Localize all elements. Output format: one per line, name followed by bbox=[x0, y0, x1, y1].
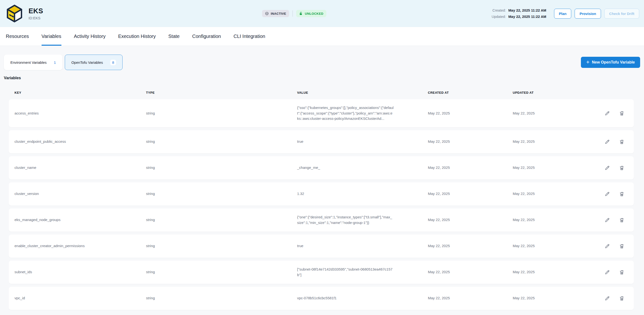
edit-variable-button[interactable] bbox=[604, 110, 610, 116]
variable-created-at: May 22, 2025 bbox=[428, 165, 513, 171]
table-row: cluster_name string _change_me_ May 22, … bbox=[9, 156, 634, 179]
variable-updated-at: May 22, 2025 bbox=[513, 191, 592, 197]
variable-updated-at: May 22, 2025 bbox=[513, 165, 592, 171]
table-row: enable_cluster_creator_admin_permissions… bbox=[9, 235, 634, 258]
variable-type: string bbox=[146, 111, 297, 116]
column-header-created-at: CREATED AT bbox=[428, 91, 513, 94]
row-actions bbox=[592, 296, 628, 301]
section-title: Variables bbox=[4, 76, 640, 80]
variable-type: string bbox=[146, 217, 297, 223]
variable-key: cluster_endpoint_public_access bbox=[14, 139, 146, 144]
delete-variable-button[interactable] bbox=[619, 243, 625, 249]
lock-status-badge-unlocked: UNLOCKED bbox=[296, 10, 326, 17]
delete-variable-button[interactable] bbox=[619, 165, 625, 171]
tab-cli-integration[interactable]: CLI Integration bbox=[234, 27, 265, 46]
pencil-icon bbox=[604, 269, 610, 275]
edit-variable-button[interactable] bbox=[604, 139, 610, 145]
plus-icon: + bbox=[586, 59, 589, 65]
delete-variable-button[interactable] bbox=[619, 110, 625, 116]
cube-logo-icon bbox=[5, 4, 24, 23]
pencil-icon bbox=[604, 217, 610, 223]
variable-updated-at: May 22, 2025 bbox=[513, 243, 592, 249]
trash-icon bbox=[619, 110, 625, 116]
variables-table: KEYTYPEVALUECREATED ATUPDATED AT access_… bbox=[9, 80, 634, 310]
badge-divider bbox=[292, 10, 293, 17]
new-opentofu-variable-button[interactable]: + New OpenTofu Variable bbox=[581, 57, 640, 68]
edit-variable-button[interactable] bbox=[604, 165, 610, 171]
table-header-row: KEYTYPEVALUECREATED ATUPDATED AT bbox=[9, 80, 634, 99]
updated-label: Updated: bbox=[492, 15, 506, 18]
delete-variable-button[interactable] bbox=[619, 139, 625, 145]
created-label: Created: bbox=[492, 8, 506, 12]
new-variable-button-label: New OpenTofu Variable bbox=[592, 60, 635, 64]
check-for-drift-button[interactable]: Check for Drift bbox=[604, 9, 639, 18]
pencil-icon bbox=[604, 139, 610, 145]
pencil-icon bbox=[604, 243, 610, 249]
variable-value: vpc-078b51c6cbc5581f1 bbox=[297, 296, 394, 301]
variable-key: subnet_ids bbox=[14, 269, 146, 275]
edit-variable-button[interactable] bbox=[604, 191, 610, 197]
filter-count-badge: 1 bbox=[54, 60, 56, 64]
variable-updated-at: May 22, 2025 bbox=[513, 111, 592, 116]
variable-updated-at: May 22, 2025 bbox=[513, 217, 592, 223]
variables-page: Environment Variables1OpenTofu Variables… bbox=[0, 46, 644, 310]
variable-created-at: May 22, 2025 bbox=[428, 269, 513, 275]
delete-variable-button[interactable] bbox=[619, 296, 625, 301]
status-badges: INACTIVE UNLOCKED bbox=[262, 0, 326, 27]
edit-variable-button[interactable] bbox=[604, 296, 610, 301]
variable-key: vpc_id bbox=[14, 296, 146, 301]
variable-key: access_entries bbox=[14, 111, 146, 116]
tab-bar: ResourcesVariablesActivity HistoryExecut… bbox=[0, 27, 644, 46]
updated-value: May 22, 2025 11:22 AM bbox=[508, 15, 546, 18]
variable-created-at: May 22, 2025 bbox=[428, 191, 513, 197]
variables-toolbar: Environment Variables1OpenTofu Variables… bbox=[4, 55, 640, 70]
pencil-icon bbox=[604, 110, 610, 116]
tab-configuration[interactable]: Configuration bbox=[192, 27, 221, 46]
variable-value: true bbox=[297, 243, 394, 249]
row-actions bbox=[592, 269, 628, 275]
variable-value: {"one":{"desired_size":1,"instance_types… bbox=[297, 215, 394, 225]
variable-type-filters: Environment Variables1OpenTofu Variables… bbox=[4, 55, 122, 70]
variable-type: string bbox=[146, 191, 297, 197]
variable-value: 1.32 bbox=[297, 191, 394, 197]
variable-type: string bbox=[146, 165, 297, 171]
tab-variables[interactable]: Variables bbox=[42, 27, 62, 46]
variable-updated-at: May 22, 2025 bbox=[513, 269, 592, 275]
delete-variable-button[interactable] bbox=[619, 217, 625, 223]
provision-button[interactable]: Provision bbox=[574, 9, 601, 18]
tab-resources[interactable]: Resources bbox=[6, 27, 29, 46]
variable-updated-at: May 22, 2025 bbox=[513, 296, 592, 301]
variable-key: enable_cluster_creator_admin_permissions bbox=[14, 243, 146, 249]
delete-variable-button[interactable] bbox=[619, 191, 625, 197]
filter-label: OpenTofu Variables bbox=[71, 60, 103, 64]
variable-key: cluster_name bbox=[14, 165, 146, 171]
status-badge-inactive: INACTIVE bbox=[262, 10, 289, 17]
variable-type: string bbox=[146, 243, 297, 249]
variable-value: {"sso":{"kubernetes_groups":[],"policy_a… bbox=[297, 105, 394, 121]
variable-created-at: May 22, 2025 bbox=[428, 243, 513, 249]
variable-created-at: May 22, 2025 bbox=[428, 139, 513, 144]
title-block: EKS ID:EKS bbox=[28, 7, 43, 20]
variable-created-at: May 22, 2025 bbox=[428, 296, 513, 301]
status-badge-label: INACTIVE bbox=[271, 12, 286, 15]
variable-value: _change_me_ bbox=[297, 165, 394, 171]
delete-variable-button[interactable] bbox=[619, 269, 625, 275]
filter-opentofu-variables[interactable]: OpenTofu Variables8 bbox=[65, 55, 122, 70]
tab-execution-history[interactable]: Execution History bbox=[118, 27, 156, 46]
table-row: eks_managed_node_groups string {"one":{"… bbox=[9, 209, 634, 232]
pencil-icon bbox=[604, 296, 610, 301]
edit-variable-button[interactable] bbox=[604, 217, 610, 223]
pencil-icon bbox=[604, 165, 610, 171]
unlock-icon bbox=[299, 11, 303, 15]
variable-value: true bbox=[297, 139, 394, 144]
plan-button[interactable]: Plan bbox=[554, 9, 572, 18]
row-actions bbox=[592, 191, 628, 197]
filter-count-badge: 8 bbox=[110, 60, 116, 65]
edit-variable-button[interactable] bbox=[604, 243, 610, 249]
tab-activity-history[interactable]: Activity History bbox=[74, 27, 106, 46]
trash-icon bbox=[619, 269, 625, 275]
filter-environment-variables[interactable]: Environment Variables1 bbox=[4, 55, 62, 70]
edit-variable-button[interactable] bbox=[604, 269, 610, 275]
tab-state[interactable]: State bbox=[168, 27, 180, 46]
table-row: access_entries string {"sso":{"kubernete… bbox=[9, 99, 634, 127]
